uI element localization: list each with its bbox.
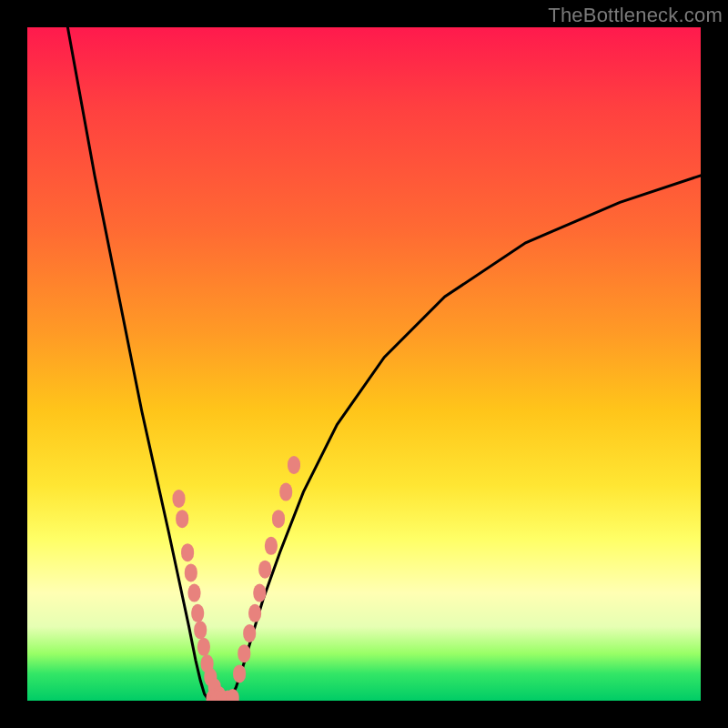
marker-left-scatter-overlay [188,584,201,602]
marker-left-scatter-overlay [181,543,194,561]
marker-left-scatter-overlay [173,490,186,508]
marker-left-scatter-overlay [185,563,197,581]
marker-left-scatter-overlay [176,510,188,528]
marker-right-scatter-overlay [279,483,292,501]
marker-right-scatter-overlay [258,561,271,579]
marker-layer [173,456,301,701]
marker-right-scatter-overlay [272,510,285,528]
chart-frame: TheBottleneck.com [0,0,728,728]
curve-right-branch [229,176,701,701]
marker-left-scatter-overlay [191,604,204,622]
marker-right-scatter-overlay [288,456,300,474]
curve-layer [67,27,701,701]
chart-svg [27,27,701,701]
marker-right-scatter-overlay [243,624,256,642]
marker-right-scatter-overlay [248,604,261,622]
marker-right-scatter-overlay [238,644,250,662]
marker-right-scatter-overlay [253,584,266,602]
marker-left-scatter-overlay [194,621,207,639]
curve-left-branch [67,27,208,701]
plot-area [27,27,701,701]
marker-left-scatter-overlay [197,638,210,656]
marker-right-scatter-overlay [233,664,246,682]
marker-right-scatter-overlay [265,537,278,555]
watermark-text: TheBottleneck.com [548,4,723,27]
